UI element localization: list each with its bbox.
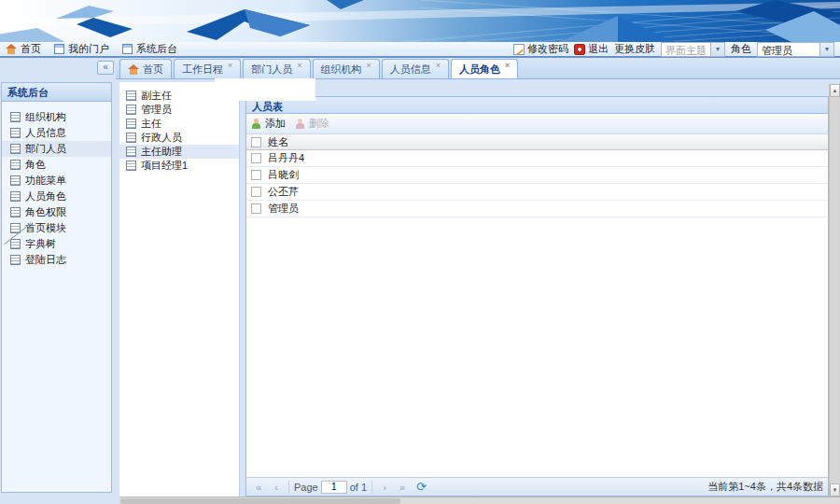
tab-label: 人员信息 xyxy=(390,63,431,77)
horizontal-scrollbar[interactable] xyxy=(119,497,840,504)
menu-item-home[interactable]: 首页 xyxy=(6,42,41,56)
sidebar-item-label: 角色权限 xyxy=(25,205,66,219)
tab-label: 首页 xyxy=(143,63,163,77)
sidebar-collapse-button[interactable]: « xyxy=(97,61,114,75)
tab-organization[interactable]: 组织机构 × xyxy=(313,59,380,78)
delete-user-icon xyxy=(295,119,305,129)
add-button-label: 添加 xyxy=(265,117,286,131)
tab-label: 工作日程 xyxy=(182,63,223,77)
tree-item-label: 副主任 xyxy=(141,89,172,103)
table-row[interactable]: 吕晓剑 xyxy=(246,167,828,184)
paging-toolbar: « ‹ Page of 1 › » ⟳ 当前第1~4条，共4条数据 xyxy=(246,477,828,496)
close-icon[interactable]: × xyxy=(505,61,510,70)
paging-status-text: 当前第1~4条，共4条数据 xyxy=(707,480,823,494)
tab-personnel-info[interactable]: 人员信息 × xyxy=(382,59,449,78)
delete-button[interactable]: 删除 xyxy=(295,117,329,131)
sidebar-item-personnel-info[interactable]: 人员信息 xyxy=(2,125,111,141)
portal-window-icon xyxy=(54,44,64,54)
sidebar-item-login-log[interactable]: 登陆日志 xyxy=(2,252,111,268)
sidebar-item-personnel-role[interactable]: 人员角色 xyxy=(2,189,111,204)
sidebar-item-role-permission[interactable]: 角色权限 xyxy=(2,204,111,220)
sidebar-item-label: 登陆日志 xyxy=(25,253,66,267)
page-of-label: of 1 xyxy=(350,482,367,493)
tree-item-label: 主任助理 xyxy=(141,145,182,159)
sidebar-item-label: 角色 xyxy=(25,158,46,172)
tree-node-icon xyxy=(126,161,136,171)
sidebar-item-function-menu[interactable]: 功能菜单 xyxy=(2,173,111,189)
sidebar-item-role[interactable]: 角色 xyxy=(2,157,111,173)
tab-label: 部门人员 xyxy=(251,63,292,77)
close-icon[interactable]: × xyxy=(228,61,232,70)
module-icon xyxy=(10,191,21,202)
scrollbar-thumb[interactable] xyxy=(120,498,400,504)
home-icon xyxy=(6,44,17,54)
grid-header-row: 姓名 xyxy=(246,134,828,150)
next-page-button[interactable]: › xyxy=(377,480,392,495)
application-window: 首页 我的门户 系统后台 修改密码 退出 更换皮肤 界面主题 ▾ 角色 xyxy=(0,0,840,504)
tree-item-admin-staff[interactable]: 行政人员 xyxy=(119,131,239,145)
close-icon[interactable]: × xyxy=(297,61,301,70)
backend-window-icon xyxy=(122,44,133,54)
row-checkbox[interactable] xyxy=(251,153,261,163)
tab-personnel-role[interactable]: 人员角色 × xyxy=(451,59,518,78)
chevron-down-icon[interactable]: ▾ xyxy=(819,43,833,56)
menu-item-backend[interactable]: 系统后台 xyxy=(122,42,177,56)
tree-item-director[interactable]: 主任 xyxy=(119,117,239,131)
tree-item-project-manager-1[interactable]: 项目经理1 xyxy=(119,159,239,173)
sidebar-title: 系统后台 xyxy=(2,83,111,102)
table-row[interactable]: 公丕芹 xyxy=(246,184,828,201)
sidebar-item-department-personnel[interactable]: 部门人员 xyxy=(2,141,111,157)
table-row[interactable]: 管理员 xyxy=(246,201,828,217)
tab-work-schedule[interactable]: 工作日程 × xyxy=(174,59,241,78)
menu-item-portal[interactable]: 我的门户 xyxy=(54,42,109,56)
chevron-down-icon[interactable]: ▾ xyxy=(710,43,724,56)
row-checkbox[interactable] xyxy=(251,170,261,180)
last-page-button[interactable]: » xyxy=(395,480,410,495)
tree-item-director-assistant[interactable]: 主任助理 xyxy=(119,145,239,159)
tab-home[interactable]: 首页 xyxy=(119,59,172,78)
tree-item-administrator[interactable]: 管理员 xyxy=(119,103,239,117)
tab-bar: 首页 工作日程 × 部门人员 × 组织机构 × 人员信息 × 人员角色 × xyxy=(116,58,840,79)
banner-art xyxy=(0,0,840,42)
theme-select-value: 界面主题 xyxy=(662,43,710,56)
role-select[interactable]: 管理员 ▾ xyxy=(757,42,834,57)
sidebar-item-dictionary-tree[interactable]: 字典树 xyxy=(2,236,111,252)
module-icon xyxy=(10,239,21,249)
tree-item-label: 管理员 xyxy=(141,103,172,117)
row-checkbox[interactable] xyxy=(251,203,261,214)
tab-department-personnel[interactable]: 部门人员 × xyxy=(243,59,310,78)
delete-button-label: 删除 xyxy=(309,117,329,131)
tree-item-label: 项目经理1 xyxy=(141,159,188,173)
scroll-up-icon[interactable]: ▲ xyxy=(830,84,840,97)
select-all-checkbox[interactable] xyxy=(251,137,261,147)
close-icon[interactable]: × xyxy=(367,61,371,70)
scroll-down-icon[interactable]: ▼ xyxy=(830,483,840,497)
close-icon[interactable]: × xyxy=(436,61,441,70)
page-number-input[interactable] xyxy=(321,481,347,494)
role-tree-panel: 副主任 管理员 主任 行政人员 主任助理 项目经理1 xyxy=(119,82,240,497)
cell-name: 公丕芹 xyxy=(268,185,299,199)
tab-label: 组织机构 xyxy=(321,63,362,77)
tree-node-icon xyxy=(126,91,136,101)
sidebar-item-organization[interactable]: 组织机构 xyxy=(2,109,111,125)
module-icon xyxy=(10,160,21,170)
sidebar-item-label: 字典树 xyxy=(25,237,56,251)
sidebar-item-label: 功能菜单 xyxy=(25,174,66,188)
change-skin-label: 更换皮肤 xyxy=(614,42,655,56)
top-menu-bar: 首页 我的门户 系统后台 修改密码 退出 更换皮肤 界面主题 ▾ 角色 xyxy=(0,42,840,58)
module-icon xyxy=(10,255,21,265)
add-button[interactable]: 添加 xyxy=(251,117,286,131)
theme-select[interactable]: 界面主题 ▾ xyxy=(661,42,725,57)
vertical-scrollbar[interactable]: ▲ ▼ xyxy=(829,84,840,497)
module-icon xyxy=(10,112,21,122)
logout-button[interactable]: 退出 xyxy=(574,42,609,56)
role-label: 角色 xyxy=(731,42,751,56)
sidebar-item-label: 部门人员 xyxy=(25,142,66,156)
cell-name: 吕丹丹4 xyxy=(268,151,304,165)
refresh-icon[interactable]: ⟳ xyxy=(416,480,427,494)
first-page-button[interactable]: « xyxy=(251,480,266,495)
prev-page-button[interactable]: ‹ xyxy=(269,480,284,495)
row-checkbox[interactable] xyxy=(251,187,261,197)
table-row[interactable]: 吕丹丹4 xyxy=(246,150,828,167)
change-password-button[interactable]: 修改密码 xyxy=(513,42,568,56)
